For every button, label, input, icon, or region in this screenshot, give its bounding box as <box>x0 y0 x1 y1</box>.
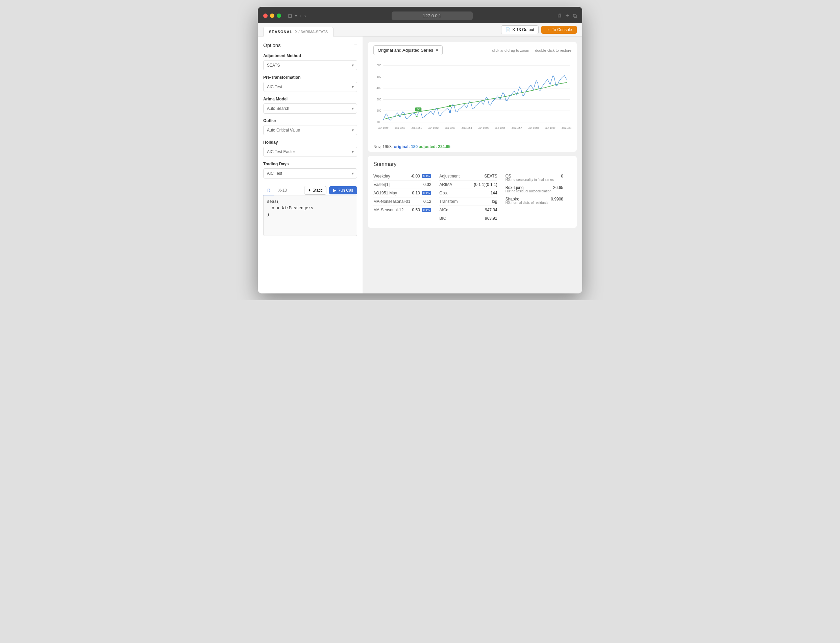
code-actions: ✦ Static ▶ Run Call <box>304 186 357 195</box>
summary-row-bic: BIC 963.91 <box>439 214 497 222</box>
badge-ma-seasonal: 0.1% <box>422 208 431 212</box>
chart-tooltip: Nov, 1953: original: 180 adjusted: 224.6… <box>368 142 577 152</box>
arima-select-wrapper: Auto Search <box>263 103 357 114</box>
arima-select[interactable]: Auto Search <box>263 103 357 114</box>
adjustment-select[interactable]: SEATS <box>263 60 357 70</box>
svg-text:Jan 1958: Jan 1958 <box>528 126 539 129</box>
svg-point-26 <box>416 116 418 117</box>
svg-text:Jan 1952: Jan 1952 <box>428 126 439 129</box>
static-button[interactable]: ✦ Static <box>304 186 326 195</box>
option-group-adjustment: Adjustment Method SEATS <box>263 54 357 70</box>
svg-point-27 <box>449 111 451 113</box>
svg-text:600: 600 <box>376 64 381 67</box>
summary-col-1: Weekday -0.00 0.1% Easter[1] 0.02 AO1951… <box>373 172 439 222</box>
tooltip-adjusted-label: adjusted: <box>419 144 438 149</box>
chart-series-dropdown[interactable]: Original and Adjusted Series ▾ <box>373 45 443 55</box>
summary-title: Summary <box>373 161 571 167</box>
summary-row-adjustment: Adjustment SEATS <box>439 172 497 181</box>
run-call-button[interactable]: ▶ Run Call <box>329 186 357 194</box>
summary-grid: Weekday -0.00 0.1% Easter[1] 0.02 AO1951… <box>373 172 571 222</box>
browser-action-buttons: ⎙ + ⧉ <box>558 12 577 19</box>
pretransform-select-wrapper: AIC Test <box>263 82 357 92</box>
option-label-adjustment: Adjustment Method <box>263 54 357 58</box>
svg-text:500: 500 <box>376 75 381 78</box>
document-icon: 📄 <box>505 28 511 32</box>
tab-x13[interactable]: X-13 <box>274 186 291 195</box>
summary-row-transform: Transform log <box>439 197 497 206</box>
chart-svg: 600 500 400 300 200 100 <box>373 59 571 137</box>
sidebar-title: Options <box>263 42 281 48</box>
chart-area[interactable]: 600 500 400 300 200 100 <box>368 59 577 142</box>
maximize-button[interactable] <box>277 13 281 18</box>
summary-row-ao1951: AO1951.May 0.10 0.1% <box>373 189 431 197</box>
tooltip-adjusted-val: 224.65 <box>438 144 451 149</box>
sidebar: Options − Adjustment Method SEATS Pre-Tr… <box>258 36 363 294</box>
option-label-pretransform: Pre-Transformation <box>263 75 357 80</box>
badge-ao1951: 0.1% <box>422 191 431 195</box>
minimize-button[interactable] <box>270 13 274 18</box>
svg-text:Jan 1949: Jan 1949 <box>378 126 389 129</box>
chart-title: Original and Adjusted Series <box>378 48 433 53</box>
tab-subtitle: X-13ARIMA-SEATS <box>295 30 328 34</box>
chart-hint: click and drag to zoom — double-click to… <box>492 48 571 52</box>
forward-icon[interactable]: › <box>304 13 306 19</box>
new-tab-icon[interactable]: + <box>565 12 569 19</box>
wand-icon: ✦ <box>308 188 311 193</box>
address-bar-container: 127.0.0.1 <box>310 11 554 20</box>
svg-text:Jan 1959: Jan 1959 <box>545 126 555 129</box>
console-icon: → <box>546 28 550 32</box>
address-input[interactable]: 127.0.0.1 <box>392 11 473 20</box>
sidebar-collapse-button[interactable]: − <box>354 42 357 48</box>
main-tab[interactable]: SEASONAL X-13ARIMA-SEATS <box>263 27 334 36</box>
svg-text:Jan 1950: Jan 1950 <box>395 126 405 129</box>
play-icon: ▶ <box>333 188 336 193</box>
holiday-select-wrapper: AIC Test Easter <box>263 147 357 157</box>
svg-text:Jan 1957: Jan 1957 <box>511 126 522 129</box>
badge-weekday: 0.1% <box>422 174 431 178</box>
summary-row-ma-seasonal: MA-Seasonal-12 0.50 0.1% <box>373 206 431 214</box>
option-group-arima: Arima Model Auto Search <box>263 97 357 114</box>
trading-select[interactable]: AIC Test <box>263 168 357 178</box>
holiday-select[interactable]: AIC Test Easter <box>263 147 357 157</box>
svg-text:Jan 1951: Jan 1951 <box>412 126 422 129</box>
option-label-outlier: Outlier <box>263 118 357 123</box>
code-editor[interactable]: seas( x = AirPassengers ) <box>263 196 357 236</box>
option-group-holiday: Holiday AIC Test Easter <box>263 140 357 157</box>
close-button[interactable] <box>263 13 268 18</box>
code-section: R X-13 ✦ Static ▶ Run Call seas( x = Air… <box>263 186 357 288</box>
summary-row-obs: Obs. 144 <box>439 189 497 197</box>
summary-panel: Summary Weekday -0.00 0.1% Easter[1] <box>368 156 577 228</box>
sidebar-toggle-icon[interactable]: ⊡ <box>288 13 292 19</box>
svg-text:Jan 1954: Jan 1954 <box>462 126 472 129</box>
summary-row-ma-nonseasonal: MA-Nonseasonal-01 0.12 <box>373 197 431 206</box>
windows-icon[interactable]: ⧉ <box>573 13 577 19</box>
to-console-button[interactable]: → To Console <box>541 26 577 34</box>
main-content: Original and Adjusted Series ▾ click and… <box>363 36 582 294</box>
dropdown-chevron-icon: ▾ <box>436 48 438 53</box>
chart-panel: Original and Adjusted Series ▾ click and… <box>368 42 577 152</box>
share-icon[interactable]: ⎙ <box>558 13 561 19</box>
chart-header: Original and Adjusted Series ▾ click and… <box>368 42 577 59</box>
x13-output-button[interactable]: 📄 X-13 Output <box>501 25 539 34</box>
svg-text:Jan 1955: Jan 1955 <box>478 126 488 129</box>
option-label-arima: Arima Model <box>263 97 357 101</box>
tab-r[interactable]: R <box>263 186 274 196</box>
svg-text:Jan 1960: Jan 1960 <box>562 126 571 129</box>
back-icon[interactable]: ‹ <box>300 13 301 19</box>
summary-stat-boxljung: Box-Ljung 26.65 H0: no residual autocorr… <box>505 184 563 195</box>
svg-text:100: 100 <box>376 120 381 124</box>
summary-row-easter: Easter[1] 0.02 <box>373 181 431 189</box>
option-label-trading: Trading Days <box>263 162 357 166</box>
pretransform-select[interactable]: AIC Test <box>263 82 357 92</box>
svg-text:Jan 1953: Jan 1953 <box>444 126 455 129</box>
traffic-lights <box>263 13 281 18</box>
svg-point-28 <box>449 105 451 107</box>
header-actions: 📄 X-13 Output → To Console <box>501 23 577 36</box>
outlier-select[interactable]: Auto Critical Value <box>263 125 357 135</box>
chevron-down-icon[interactable]: ▾ <box>295 13 297 18</box>
option-group-trading: Trading Days AIC Test <box>263 162 357 178</box>
svg-text:Jan 1956: Jan 1956 <box>495 126 505 129</box>
tab-bar: SEASONAL X-13ARIMA-SEATS 📄 X-13 Output →… <box>258 23 582 36</box>
outlier-select-wrapper: Auto Critical Value <box>263 125 357 135</box>
tooltip-original-label: original: <box>394 144 411 149</box>
